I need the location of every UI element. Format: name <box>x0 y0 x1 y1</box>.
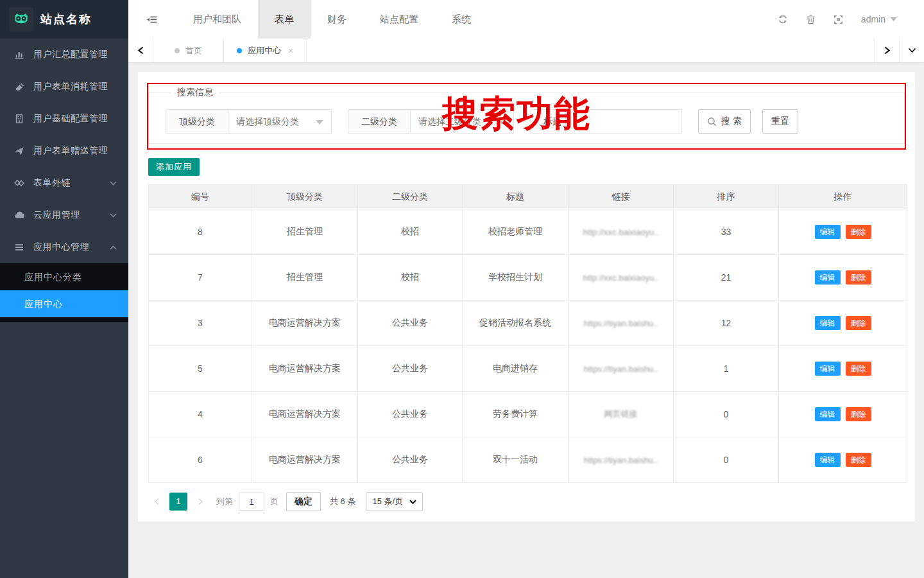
top-nav-item[interactable]: 财务 <box>311 0 363 39</box>
top-nav-item[interactable]: 用户和团队 <box>176 0 258 39</box>
goto-page-input[interactable] <box>239 493 264 511</box>
bar-chart-icon <box>14 49 26 60</box>
table-column-header: 编号 <box>149 185 252 209</box>
prev-page-icon[interactable] <box>148 493 165 511</box>
content-area: 搜索信息 顶级分类 请选择顶级分类 二级分类 <box>128 63 924 578</box>
cell-operations: 编辑删除 <box>779 209 907 255</box>
table-row: 4电商运营解决方案公共业务劳务费计算网页链接0编辑删除 <box>149 392 907 437</box>
table-column-header: 操作 <box>779 185 907 209</box>
sub-category-label: 二级分类 <box>348 110 411 133</box>
top-nav-item[interactable]: 表单 <box>258 0 311 39</box>
title-input[interactable] <box>575 110 681 133</box>
tabs-scroll-right-icon[interactable] <box>874 39 899 62</box>
edit-button[interactable]: 编辑 <box>815 270 841 285</box>
tab[interactable]: 首页 <box>153 39 224 62</box>
chevron-down-icon <box>110 213 117 218</box>
top-category-select[interactable]: 请选择顶级分类 <box>228 110 331 133</box>
edit-button[interactable]: 编辑 <box>815 225 841 239</box>
collapse-menu-icon[interactable] <box>146 14 157 25</box>
add-app-button[interactable]: 添加应用 <box>148 158 200 176</box>
edit-button[interactable]: 编辑 <box>815 362 841 376</box>
cell-top-category: 招生管理 <box>252 209 358 255</box>
app-root: 站点名称 用户汇总配置管理用户表单消耗管理用户基础配置管理用户表单赠送管理表单外… <box>0 0 924 578</box>
cell-sort: 0 <box>674 437 779 483</box>
top-nav-item[interactable]: 系统 <box>435 0 488 39</box>
edit-button[interactable]: 编辑 <box>815 453 841 467</box>
delete-button[interactable]: 删除 <box>846 270 871 285</box>
top-nav-item[interactable]: 站点配置 <box>363 0 435 39</box>
sidebar-item[interactable]: 用户表单消耗管理 <box>0 71 128 103</box>
apps-table: 编号顶级分类二级分类标题链接排序操作 8招生管理校招校招老师管理http://x… <box>148 184 907 483</box>
cell-sort: 21 <box>674 255 779 301</box>
trash-icon[interactable] <box>806 14 816 24</box>
cell-sub-category: 校招 <box>358 209 463 255</box>
sidebar-item[interactable]: 表单外链 <box>0 167 128 199</box>
cell-operations: 编辑删除 <box>779 392 907 437</box>
close-icon[interactable]: × <box>288 46 293 56</box>
open-tabs: 首页应用中心× <box>153 39 307 62</box>
current-page[interactable]: 1 <box>169 493 187 511</box>
cell-id: 7 <box>149 255 252 301</box>
refresh-icon[interactable] <box>778 14 788 24</box>
table-row: 5电商运营解决方案公共业务电商进销存https://tiyan.baishu..… <box>149 346 907 392</box>
delete-button[interactable]: 删除 <box>846 316 871 330</box>
total-count-label: 共 6 条 <box>330 496 355 507</box>
cloud-icon <box>14 209 26 221</box>
cell-link: https://tiyan.baishu.. <box>569 301 674 346</box>
sidebar-item[interactable]: 用户表单赠送管理 <box>0 135 128 167</box>
cell-title: 双十一活动 <box>463 437 569 483</box>
sidebar-subitem[interactable]: 应用中心分类 <box>0 263 128 290</box>
cell-sub-category: 校招 <box>358 255 463 301</box>
cell-sub-category: 公共业务 <box>358 346 463 392</box>
goto-confirm-button[interactable]: 确定 <box>286 492 321 511</box>
table-header-row: 编号顶级分类二级分类标题链接排序操作 <box>149 185 907 209</box>
top-category-field: 顶级分类 请选择顶级分类 <box>166 109 332 134</box>
delete-button[interactable]: 删除 <box>846 453 871 467</box>
username: admin <box>861 14 886 24</box>
tab[interactable]: 应用中心× <box>224 39 307 62</box>
delete-button[interactable]: 删除 <box>846 225 871 239</box>
caret-down-icon <box>316 120 323 125</box>
sidebar-item[interactable]: 用户基础配置管理 <box>0 103 128 135</box>
cell-top-category: 电商运营解决方案 <box>252 437 358 483</box>
sidebar-item[interactable]: 用户汇总配置管理 <box>0 39 128 71</box>
title-input-wrap <box>575 110 681 133</box>
search-legend: 搜索信息 <box>171 87 219 98</box>
tabs-scroll-left-icon[interactable] <box>128 39 153 62</box>
topbar: 用户和团队表单财务站点配置系统 admin <box>128 0 924 39</box>
goto-label: 到第 <box>216 496 233 507</box>
blurred-link-text: 网页链接 <box>604 409 638 419</box>
delete-button[interactable]: 删除 <box>846 407 871 421</box>
cell-id: 6 <box>149 437 252 483</box>
fullscreen-icon[interactable] <box>834 15 843 24</box>
blurred-link-text: https://tiyan.baishu.. <box>584 455 658 465</box>
sidebar-item[interactable]: 应用中心管理 <box>0 231 128 263</box>
delete-button[interactable]: 删除 <box>846 362 871 376</box>
sidebar-item-label: 用户汇总配置管理 <box>33 49 108 60</box>
blurred-link-text: http://xxc.baixiaoyu.. <box>583 227 659 237</box>
owl-logo-icon <box>9 7 33 31</box>
edit-button[interactable]: 编辑 <box>815 316 841 330</box>
cell-sort: 33 <box>674 209 779 255</box>
table-column-header: 顶级分类 <box>252 185 358 209</box>
sidebar-item[interactable]: 云应用管理 <box>0 199 128 231</box>
reset-button[interactable]: 重置 <box>762 109 798 134</box>
cell-operations: 编辑删除 <box>779 346 907 392</box>
sub-category-select[interactable]: 请选择二级分类 <box>411 110 513 133</box>
user-menu[interactable]: admin <box>861 14 897 24</box>
edit-button[interactable]: 编辑 <box>815 407 841 421</box>
tabs-menu-icon[interactable] <box>899 39 924 62</box>
table-column-header: 二级分类 <box>358 185 463 209</box>
table-row: 3电商运营解决方案公共业务促销活动报名系统https://tiyan.baish… <box>149 301 907 346</box>
cell-operations: 编辑删除 <box>779 255 907 301</box>
table-row: 8招生管理校招校招老师管理http://xxc.baixiaoyu..33编辑删… <box>149 209 907 255</box>
eraser-icon <box>14 81 26 92</box>
sidebar-subitem[interactable]: 应用中心 <box>0 290 128 317</box>
next-page-icon[interactable] <box>192 493 209 511</box>
cell-id: 5 <box>149 346 252 392</box>
page-size-select[interactable]: 15 条/页 <box>366 492 423 511</box>
blurred-link-text: https://tiyan.baishu.. <box>584 364 658 374</box>
cell-title: 学校招生计划 <box>463 255 569 301</box>
site-logo: 站点名称 <box>0 0 128 39</box>
search-button[interactable]: 搜 索 <box>698 109 751 134</box>
